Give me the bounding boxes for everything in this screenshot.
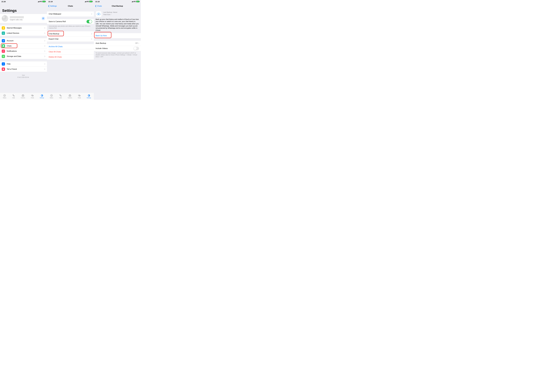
save-camera-roll-toggle[interactable]	[87, 20, 92, 23]
chevron-right-icon	[44, 56, 45, 57]
total-size-label: Total Size:	[103, 14, 111, 15]
battery-icon: ⚡︎	[42, 1, 45, 2]
signal-icon	[38, 1, 39, 2]
chevron-right-icon	[44, 40, 45, 42]
tab-status[interactable]: Status	[3, 94, 6, 98]
chevron-left-icon	[95, 5, 97, 7]
whatsapp-icon	[2, 44, 5, 48]
profile-status: Urgent calls only	[10, 19, 41, 21]
clear-all-chats-button[interactable]: Clear All Chats	[47, 49, 94, 54]
page-title: Settings	[0, 3, 47, 14]
archive-all-chats-button[interactable]: Archive All Chats	[47, 44, 94, 49]
last-backup-label: Last Backup:	[103, 11, 113, 13]
status-time: 21:19	[49, 1, 53, 2]
svg-rect-3	[43, 19, 44, 19]
status-icon	[3, 94, 6, 97]
calls-icon	[59, 94, 62, 97]
backup-info: Last Backup: Never Total Size: -	[94, 9, 141, 18]
svg-point-14	[4, 94, 6, 97]
svg-point-10	[4, 50, 4, 51]
back-button[interactable]: Settings	[48, 5, 57, 7]
screen-chats: 21:19 4G ⚡︎ Settings Chats Chat Wallpape…	[47, 0, 94, 100]
tab-chats[interactable]: Chats	[78, 94, 81, 98]
nav-bar: Settings Chats	[47, 3, 94, 9]
signal-icon	[85, 1, 87, 2]
svg-point-11	[3, 63, 4, 64]
screen-settings: 21:20 4G ⚡︎ Settings Urgent calls only S…	[0, 0, 47, 100]
include-videos-cell: Include Videos	[94, 46, 141, 51]
svg-rect-1	[43, 18, 44, 18]
network-label: 4G	[87, 1, 89, 2]
auto-backup-value: Off	[135, 42, 138, 44]
svg-point-16	[22, 95, 23, 96]
profile-cell[interactable]: Urgent calls only	[0, 14, 47, 23]
svg-rect-12	[3, 64, 4, 65]
up-down-arrows-icon	[2, 55, 5, 58]
notifications-cell[interactable]: Notifications	[0, 49, 47, 54]
status-bar: 21:20 4G ⚡︎	[0, 0, 47, 3]
network-label: 4G	[134, 1, 136, 2]
chat-backup-cell[interactable]: Chat Backup	[47, 31, 94, 36]
chats-icon	[78, 94, 81, 97]
starred-messages-cell[interactable]: Starred Messages	[0, 25, 47, 31]
chevron-right-icon	[138, 43, 139, 44]
status-bar: 21:19 4G ⚡︎	[94, 0, 141, 3]
tab-settings[interactable]: Settings	[87, 94, 91, 98]
chevron-right-icon	[91, 33, 92, 35]
chevron-right-icon	[44, 63, 45, 65]
tab-chats[interactable]: Chats	[31, 94, 34, 98]
star-icon	[2, 26, 5, 30]
last-backup-value: Never	[113, 11, 117, 13]
chats-icon	[31, 94, 34, 97]
status-icon	[50, 94, 53, 97]
backup-description: Back up your chat history and media to i…	[94, 18, 141, 33]
nav-bar: Chats Chat Backup	[94, 3, 141, 9]
svg-rect-0	[43, 18, 43, 18]
chevron-right-icon	[44, 68, 45, 70]
tab-status[interactable]: Status	[50, 94, 53, 98]
tab-settings[interactable]: Settings	[40, 94, 44, 98]
linked-devices-cell[interactable]: Linked Devices	[0, 31, 47, 36]
svg-rect-4	[44, 19, 44, 19]
tab-calls[interactable]: Calls	[12, 94, 15, 98]
chats-cell[interactable]: Chats	[0, 43, 47, 49]
svg-rect-6	[44, 19, 44, 19]
app-badge-icon	[2, 49, 5, 53]
include-videos-toggle[interactable]	[133, 47, 139, 50]
account-cell[interactable]: Account	[0, 38, 47, 43]
delete-all-chats-button[interactable]: Delete All Chats	[47, 54, 94, 60]
qr-button[interactable]	[41, 16, 45, 20]
network-label: 4G	[40, 1, 42, 2]
auto-backup-cell[interactable]: Auto Backup Off	[94, 41, 141, 46]
back-button[interactable]: Chats	[95, 5, 102, 7]
storage-data-cell[interactable]: Storage and Data	[0, 54, 47, 59]
avatar	[2, 15, 8, 22]
status-time: 21:19	[95, 1, 99, 2]
backup-footer: To avoid excessive data charges, connect…	[94, 51, 141, 58]
help-cell[interactable]: Help	[0, 61, 47, 66]
chevron-right-icon	[91, 13, 92, 15]
svg-point-19	[51, 95, 52, 96]
tell-friend-cell[interactable]: Tell a Friend	[0, 66, 47, 72]
chevron-right-icon	[44, 27, 45, 29]
battery-icon: ⚡︎	[89, 1, 92, 2]
svg-point-8	[3, 41, 4, 41]
chat-wallpaper-cell[interactable]: Chat Wallpaper	[47, 11, 94, 16]
tab-calls[interactable]: Calls	[59, 94, 62, 98]
svg-point-22	[70, 95, 70, 96]
qr-icon	[42, 17, 44, 19]
save-camera-roll-cell: Save to Camera Roll	[47, 19, 94, 24]
svg-rect-9	[3, 51, 4, 52]
tab-camera[interactable]: Camera	[21, 94, 25, 98]
settings-icon	[87, 94, 90, 97]
profile-name-redacted	[10, 16, 24, 18]
camera-icon	[22, 94, 25, 97]
key-icon	[2, 39, 5, 42]
calls-icon	[12, 94, 15, 97]
status-bar: 21:19 4G ⚡︎	[47, 0, 94, 3]
svg-rect-2	[43, 19, 43, 19]
tab-camera[interactable]: Camera	[68, 94, 72, 98]
svg-point-20	[50, 94, 53, 97]
backup-now-button[interactable]: Back Up Now	[94, 33, 141, 38]
export-chat-cell[interactable]: Export Chat	[47, 36, 94, 42]
